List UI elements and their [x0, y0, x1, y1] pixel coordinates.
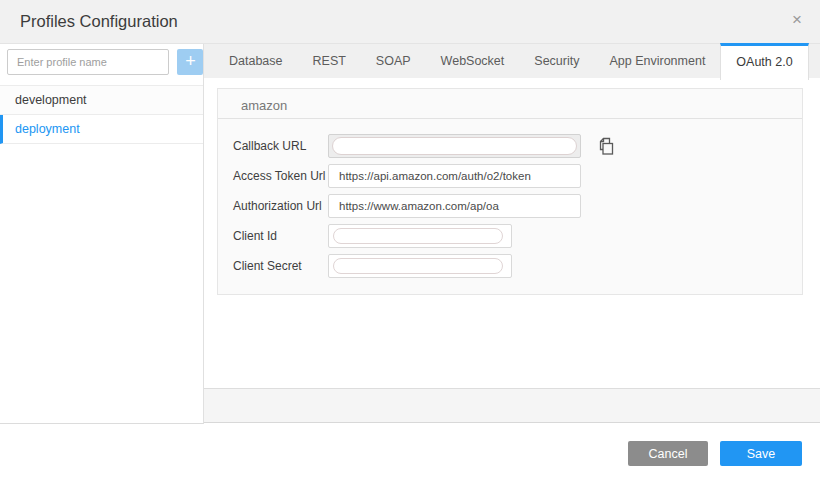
- profile-list: development deployment: [0, 85, 203, 144]
- redacted-value: [333, 228, 503, 244]
- tab-soap[interactable]: SOAP: [361, 44, 426, 78]
- tab-security[interactable]: Security: [519, 44, 594, 78]
- callback-url-label: Callback URL: [233, 139, 328, 153]
- tab-bar: Database REST SOAP WebSocket Security Ap…: [204, 44, 820, 78]
- access-token-url-label: Access Token Url: [233, 169, 328, 183]
- field-row-callback-url: Callback URL: [233, 134, 802, 158]
- dialog-header: Profiles Configuration ×: [0, 0, 820, 44]
- client-secret-label: Client Secret: [233, 259, 328, 273]
- profile-item-development[interactable]: development: [0, 86, 203, 115]
- dialog-title: Profiles Configuration: [20, 12, 178, 31]
- client-id-field[interactable]: [328, 224, 512, 248]
- close-icon[interactable]: ×: [787, 10, 807, 30]
- content-footer-strip: [204, 388, 820, 423]
- tab-app-environment[interactable]: App Environment: [594, 44, 720, 78]
- authorization-url-input[interactable]: [328, 194, 581, 218]
- plus-icon: +: [185, 51, 196, 71]
- copy-icon[interactable]: [597, 137, 614, 156]
- client-secret-field[interactable]: [328, 254, 512, 278]
- tab-rest[interactable]: REST: [298, 44, 361, 78]
- tab-oauth2[interactable]: OAuth 2.0: [720, 43, 808, 80]
- field-row-access-token-url: Access Token Url: [233, 164, 802, 188]
- profile-name-input[interactable]: [7, 49, 169, 75]
- tab-database[interactable]: Database: [214, 44, 298, 78]
- redacted-value: [333, 258, 503, 274]
- profile-create-row: +: [0, 44, 203, 80]
- redacted-value: [332, 137, 577, 155]
- access-token-url-input[interactable]: [328, 164, 581, 188]
- profile-detail-area: Database REST SOAP WebSocket Security Ap…: [204, 44, 820, 424]
- field-row-client-id: Client Id: [233, 224, 802, 248]
- save-button[interactable]: Save: [720, 441, 802, 466]
- client-id-label: Client Id: [233, 229, 328, 243]
- amazon-oauth-panel: amazon Callback URL Ac: [217, 88, 803, 295]
- panel-heading: amazon: [218, 89, 802, 119]
- callback-url-field[interactable]: [328, 134, 581, 158]
- profiles-sidebar: + development deployment: [0, 44, 204, 424]
- cancel-button[interactable]: Cancel: [628, 441, 708, 466]
- authorization-url-label: Authorization Url: [233, 199, 328, 213]
- field-row-client-secret: Client Secret: [233, 254, 802, 278]
- field-row-authorization-url: Authorization Url: [233, 194, 802, 218]
- oauth-fields: Callback URL Access Token Url: [218, 119, 802, 278]
- profile-item-deployment[interactable]: deployment: [0, 115, 203, 144]
- tab-websocket[interactable]: WebSocket: [426, 44, 520, 78]
- add-profile-button[interactable]: +: [177, 49, 203, 75]
